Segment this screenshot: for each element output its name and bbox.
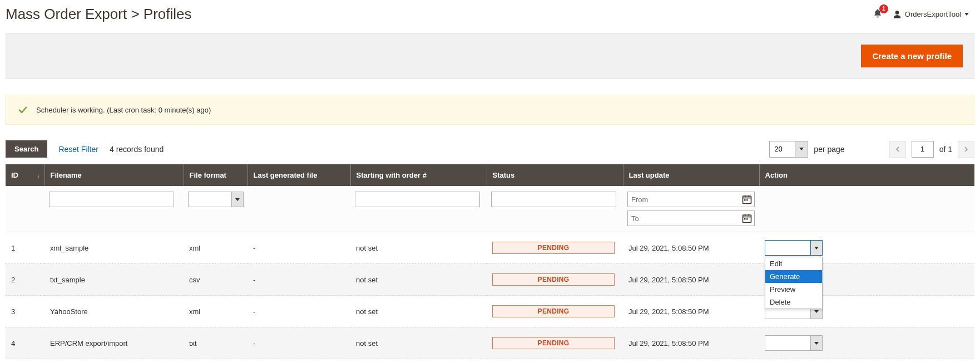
action-select[interactable] bbox=[765, 335, 823, 351]
status-banner-text: Scheduler is working. (Last cron task: 0… bbox=[36, 106, 211, 114]
reset-filter-button[interactable]: Reset Filter bbox=[58, 145, 98, 154]
notifications-button[interactable]: 1 bbox=[873, 8, 883, 21]
cell-startingwith: not set bbox=[350, 232, 487, 264]
filter-date-to[interactable] bbox=[627, 211, 755, 226]
filter-select-fileformat[interactable] bbox=[188, 192, 244, 207]
cell-filename: ERP/CRM export/import bbox=[44, 327, 184, 359]
col-filename[interactable]: Filename bbox=[44, 164, 184, 186]
col-status[interactable]: Status bbox=[487, 164, 623, 186]
filter-input-filename[interactable] bbox=[49, 192, 174, 207]
chevron-down-icon[interactable] bbox=[810, 335, 823, 351]
action-dropdown-item-delete[interactable]: Delete bbox=[765, 296, 822, 309]
records-found-label: 4 records found bbox=[110, 145, 164, 154]
svg-rect-4 bbox=[744, 199, 746, 201]
username-label: OrdersExportTool bbox=[905, 10, 961, 18]
filter-date-from[interactable] bbox=[627, 192, 755, 207]
status-banner: Scheduler is working. (Last cron task: 0… bbox=[6, 95, 974, 125]
cell-lastgenerated: - bbox=[248, 232, 350, 264]
cell-fileformat: xml bbox=[184, 296, 248, 327]
cell-lastupdate: Jul 29, 2021, 5:08:50 PM bbox=[623, 327, 759, 359]
cell-filename: txt_sample bbox=[44, 264, 184, 296]
chevron-down-icon[interactable] bbox=[795, 141, 808, 158]
cell-status: PENDING bbox=[487, 327, 623, 359]
per-page-input[interactable] bbox=[769, 141, 795, 158]
action-select[interactable]: EditGeneratePreviewDelete bbox=[765, 240, 823, 256]
action-dropdown-item-edit[interactable]: Edit bbox=[765, 257, 822, 270]
col-id[interactable]: ID↓ bbox=[6, 164, 44, 186]
chevron-down-icon bbox=[964, 13, 969, 16]
chevron-down-icon[interactable] bbox=[810, 240, 823, 256]
svg-rect-11 bbox=[746, 218, 748, 220]
cell-lastgenerated: - bbox=[248, 327, 350, 359]
col-startingwith[interactable]: Starting with order # bbox=[350, 164, 487, 186]
cell-status: PENDING bbox=[487, 232, 623, 264]
next-page-button[interactable] bbox=[958, 141, 974, 158]
profiles-grid: ID↓ Filename File format Last generated … bbox=[6, 164, 974, 359]
notifications-badge: 1 bbox=[879, 4, 888, 13]
table-row[interactable]: 2txt_samplecsv-not setPENDINGJul 29, 202… bbox=[6, 264, 974, 296]
cell-fileformat: xml bbox=[184, 232, 248, 264]
filter-input-startingwith[interactable] bbox=[355, 192, 480, 207]
cell-filename: YahooStore bbox=[44, 296, 184, 327]
total-pages-label: of 1 bbox=[939, 145, 952, 154]
cell-action: EditGeneratePreviewDelete bbox=[759, 232, 974, 264]
col-lastupdate[interactable]: Last update bbox=[623, 164, 759, 186]
cell-startingwith: not set bbox=[350, 264, 487, 296]
per-page-select[interactable] bbox=[769, 141, 808, 158]
status-badge: PENDING bbox=[492, 337, 615, 349]
calendar-icon[interactable] bbox=[741, 194, 753, 205]
cell-id: 3 bbox=[6, 296, 44, 327]
cell-lastgenerated: - bbox=[248, 264, 350, 296]
cell-status: PENDING bbox=[487, 264, 623, 296]
page-number-input[interactable] bbox=[912, 141, 934, 158]
prev-page-button[interactable] bbox=[889, 141, 906, 158]
table-row[interactable]: 3YahooStorexml-not setPENDINGJul 29, 202… bbox=[6, 296, 974, 327]
status-badge: PENDING bbox=[492, 242, 615, 254]
cell-startingwith: not set bbox=[350, 296, 487, 327]
cell-id: 1 bbox=[6, 232, 44, 264]
action-dropdown-item-preview[interactable]: Preview bbox=[765, 283, 822, 296]
per-page-label: per page bbox=[814, 145, 844, 154]
user-menu[interactable]: OrdersExportTool bbox=[893, 10, 969, 19]
create-profile-button[interactable]: Create a new profile bbox=[861, 45, 963, 67]
chevron-left-icon bbox=[895, 146, 900, 152]
action-dropdown-item-generate[interactable]: Generate bbox=[765, 270, 822, 283]
cell-filename: xml_sample bbox=[44, 232, 184, 264]
cell-id: 4 bbox=[6, 327, 44, 359]
table-row[interactable]: 1xml_samplexml-not setPENDINGJul 29, 202… bbox=[6, 232, 974, 264]
cell-lastgenerated: - bbox=[248, 296, 350, 327]
cell-fileformat: csv bbox=[184, 264, 248, 296]
svg-rect-10 bbox=[744, 218, 746, 220]
cell-lastupdate: Jul 29, 2021, 5:08:50 PM bbox=[623, 264, 759, 296]
user-icon bbox=[893, 10, 902, 19]
status-badge: PENDING bbox=[492, 305, 615, 317]
sort-arrow-icon: ↓ bbox=[37, 172, 40, 179]
cell-fileformat: txt bbox=[184, 327, 248, 359]
cell-id: 2 bbox=[6, 264, 44, 296]
chevron-down-icon[interactable] bbox=[231, 192, 244, 207]
chevron-right-icon bbox=[963, 146, 969, 152]
cell-startingwith: not set bbox=[350, 327, 487, 359]
action-dropdown: EditGeneratePreviewDelete bbox=[765, 257, 823, 309]
calendar-icon[interactable] bbox=[741, 213, 753, 224]
cell-lastupdate: Jul 29, 2021, 5:08:50 PM bbox=[623, 232, 759, 264]
svg-rect-5 bbox=[746, 199, 748, 201]
cell-lastupdate: Jul 29, 2021, 5:08:50 PM bbox=[623, 296, 759, 327]
col-fileformat[interactable]: File format bbox=[184, 164, 248, 186]
col-lastgenerated[interactable]: Last generated file bbox=[248, 164, 350, 186]
filter-input-status[interactable] bbox=[491, 192, 616, 207]
cell-status: PENDING bbox=[487, 296, 623, 327]
status-badge: PENDING bbox=[492, 273, 615, 286]
check-icon bbox=[17, 104, 28, 115]
cell-action bbox=[759, 327, 974, 359]
search-button[interactable]: Search bbox=[6, 140, 47, 158]
col-action: Action bbox=[759, 164, 974, 186]
page-actions-bar: Create a new profile bbox=[6, 33, 974, 79]
table-row[interactable]: 4ERP/CRM export/importtxt-not setPENDING… bbox=[6, 327, 974, 359]
page-title: Mass Order Export > Profiles bbox=[6, 6, 873, 23]
